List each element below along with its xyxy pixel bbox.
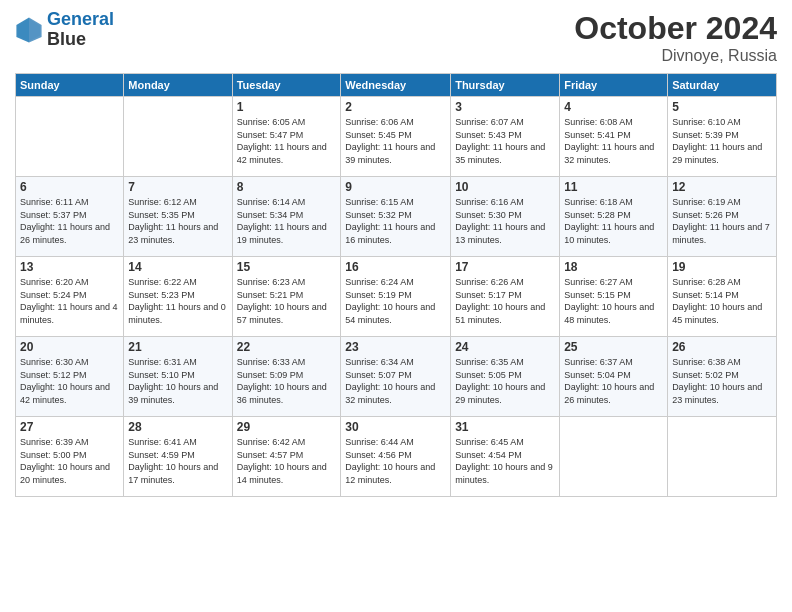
day-info: Sunrise: 6:38 AM Sunset: 5:02 PM Dayligh… (672, 356, 772, 406)
day-number: 18 (564, 260, 663, 274)
month-title: October 2024 (574, 10, 777, 47)
day-info: Sunrise: 6:06 AM Sunset: 5:45 PM Dayligh… (345, 116, 446, 166)
day-number: 11 (564, 180, 663, 194)
day-info: Sunrise: 6:35 AM Sunset: 5:05 PM Dayligh… (455, 356, 555, 406)
day-info: Sunrise: 6:14 AM Sunset: 5:34 PM Dayligh… (237, 196, 337, 246)
col-thursday: Thursday (451, 74, 560, 97)
day-number: 5 (672, 100, 772, 114)
calendar-cell: 30Sunrise: 6:44 AM Sunset: 4:56 PM Dayli… (341, 417, 451, 497)
calendar-cell: 17Sunrise: 6:26 AM Sunset: 5:17 PM Dayli… (451, 257, 560, 337)
calendar-cell: 29Sunrise: 6:42 AM Sunset: 4:57 PM Dayli… (232, 417, 341, 497)
calendar-cell: 10Sunrise: 6:16 AM Sunset: 5:30 PM Dayli… (451, 177, 560, 257)
day-info: Sunrise: 6:28 AM Sunset: 5:14 PM Dayligh… (672, 276, 772, 326)
calendar-cell: 16Sunrise: 6:24 AM Sunset: 5:19 PM Dayli… (341, 257, 451, 337)
calendar-cell: 24Sunrise: 6:35 AM Sunset: 5:05 PM Dayli… (451, 337, 560, 417)
logo: General Blue (15, 10, 114, 50)
day-number: 21 (128, 340, 227, 354)
day-info: Sunrise: 6:08 AM Sunset: 5:41 PM Dayligh… (564, 116, 663, 166)
calendar-cell: 5Sunrise: 6:10 AM Sunset: 5:39 PM Daylig… (668, 97, 777, 177)
day-info: Sunrise: 6:20 AM Sunset: 5:24 PM Dayligh… (20, 276, 119, 326)
day-number: 8 (237, 180, 337, 194)
day-number: 24 (455, 340, 555, 354)
calendar-cell: 14Sunrise: 6:22 AM Sunset: 5:23 PM Dayli… (124, 257, 232, 337)
week-row-5: 27Sunrise: 6:39 AM Sunset: 5:00 PM Dayli… (16, 417, 777, 497)
calendar-cell: 31Sunrise: 6:45 AM Sunset: 4:54 PM Dayli… (451, 417, 560, 497)
day-number: 1 (237, 100, 337, 114)
col-friday: Friday (560, 74, 668, 97)
calendar-cell: 11Sunrise: 6:18 AM Sunset: 5:28 PM Dayli… (560, 177, 668, 257)
calendar-cell: 18Sunrise: 6:27 AM Sunset: 5:15 PM Dayli… (560, 257, 668, 337)
day-info: Sunrise: 6:19 AM Sunset: 5:26 PM Dayligh… (672, 196, 772, 246)
calendar-cell: 25Sunrise: 6:37 AM Sunset: 5:04 PM Dayli… (560, 337, 668, 417)
day-info: Sunrise: 6:27 AM Sunset: 5:15 PM Dayligh… (564, 276, 663, 326)
svg-marker-1 (29, 17, 42, 42)
title-area: October 2024 Divnoye, Russia (574, 10, 777, 65)
calendar-cell: 15Sunrise: 6:23 AM Sunset: 5:21 PM Dayli… (232, 257, 341, 337)
day-info: Sunrise: 6:22 AM Sunset: 5:23 PM Dayligh… (128, 276, 227, 326)
day-number: 20 (20, 340, 119, 354)
day-number: 23 (345, 340, 446, 354)
calendar-cell: 28Sunrise: 6:41 AM Sunset: 4:59 PM Dayli… (124, 417, 232, 497)
day-info: Sunrise: 6:42 AM Sunset: 4:57 PM Dayligh… (237, 436, 337, 486)
calendar-cell: 13Sunrise: 6:20 AM Sunset: 5:24 PM Dayli… (16, 257, 124, 337)
col-monday: Monday (124, 74, 232, 97)
calendar-cell: 4Sunrise: 6:08 AM Sunset: 5:41 PM Daylig… (560, 97, 668, 177)
calendar-cell (560, 417, 668, 497)
col-wednesday: Wednesday (341, 74, 451, 97)
calendar-cell: 21Sunrise: 6:31 AM Sunset: 5:10 PM Dayli… (124, 337, 232, 417)
day-info: Sunrise: 6:10 AM Sunset: 5:39 PM Dayligh… (672, 116, 772, 166)
day-number: 15 (237, 260, 337, 274)
day-info: Sunrise: 6:26 AM Sunset: 5:17 PM Dayligh… (455, 276, 555, 326)
col-tuesday: Tuesday (232, 74, 341, 97)
day-number: 13 (20, 260, 119, 274)
day-info: Sunrise: 6:15 AM Sunset: 5:32 PM Dayligh… (345, 196, 446, 246)
day-number: 3 (455, 100, 555, 114)
calendar-cell: 8Sunrise: 6:14 AM Sunset: 5:34 PM Daylig… (232, 177, 341, 257)
day-info: Sunrise: 6:37 AM Sunset: 5:04 PM Dayligh… (564, 356, 663, 406)
col-sunday: Sunday (16, 74, 124, 97)
day-number: 10 (455, 180, 555, 194)
day-number: 9 (345, 180, 446, 194)
day-info: Sunrise: 6:11 AM Sunset: 5:37 PM Dayligh… (20, 196, 119, 246)
day-info: Sunrise: 6:41 AM Sunset: 4:59 PM Dayligh… (128, 436, 227, 486)
day-number: 4 (564, 100, 663, 114)
day-number: 6 (20, 180, 119, 194)
day-number: 16 (345, 260, 446, 274)
day-info: Sunrise: 6:34 AM Sunset: 5:07 PM Dayligh… (345, 356, 446, 406)
calendar-cell: 6Sunrise: 6:11 AM Sunset: 5:37 PM Daylig… (16, 177, 124, 257)
day-number: 28 (128, 420, 227, 434)
calendar-cell (668, 417, 777, 497)
day-number: 17 (455, 260, 555, 274)
day-number: 12 (672, 180, 772, 194)
col-saturday: Saturday (668, 74, 777, 97)
calendar-cell (16, 97, 124, 177)
location: Divnoye, Russia (574, 47, 777, 65)
day-info: Sunrise: 6:07 AM Sunset: 5:43 PM Dayligh… (455, 116, 555, 166)
day-number: 30 (345, 420, 446, 434)
day-info: Sunrise: 6:39 AM Sunset: 5:00 PM Dayligh… (20, 436, 119, 486)
calendar-body: 1Sunrise: 6:05 AM Sunset: 5:47 PM Daylig… (16, 97, 777, 497)
day-info: Sunrise: 6:23 AM Sunset: 5:21 PM Dayligh… (237, 276, 337, 326)
calendar-cell: 2Sunrise: 6:06 AM Sunset: 5:45 PM Daylig… (341, 97, 451, 177)
day-info: Sunrise: 6:30 AM Sunset: 5:12 PM Dayligh… (20, 356, 119, 406)
day-number: 14 (128, 260, 227, 274)
calendar-cell: 19Sunrise: 6:28 AM Sunset: 5:14 PM Dayli… (668, 257, 777, 337)
day-info: Sunrise: 6:16 AM Sunset: 5:30 PM Dayligh… (455, 196, 555, 246)
day-info: Sunrise: 6:12 AM Sunset: 5:35 PM Dayligh… (128, 196, 227, 246)
calendar-cell: 27Sunrise: 6:39 AM Sunset: 5:00 PM Dayli… (16, 417, 124, 497)
day-number: 25 (564, 340, 663, 354)
svg-marker-2 (16, 17, 29, 42)
calendar-cell: 26Sunrise: 6:38 AM Sunset: 5:02 PM Dayli… (668, 337, 777, 417)
page: General Blue October 2024 Divnoye, Russi… (0, 0, 792, 612)
day-number: 2 (345, 100, 446, 114)
week-row-1: 1Sunrise: 6:05 AM Sunset: 5:47 PM Daylig… (16, 97, 777, 177)
week-row-2: 6Sunrise: 6:11 AM Sunset: 5:37 PM Daylig… (16, 177, 777, 257)
calendar-header-row: Sunday Monday Tuesday Wednesday Thursday… (16, 74, 777, 97)
day-number: 29 (237, 420, 337, 434)
day-info: Sunrise: 6:44 AM Sunset: 4:56 PM Dayligh… (345, 436, 446, 486)
day-number: 22 (237, 340, 337, 354)
day-info: Sunrise: 6:24 AM Sunset: 5:19 PM Dayligh… (345, 276, 446, 326)
day-number: 31 (455, 420, 555, 434)
day-number: 26 (672, 340, 772, 354)
logo-text: General Blue (47, 10, 114, 50)
